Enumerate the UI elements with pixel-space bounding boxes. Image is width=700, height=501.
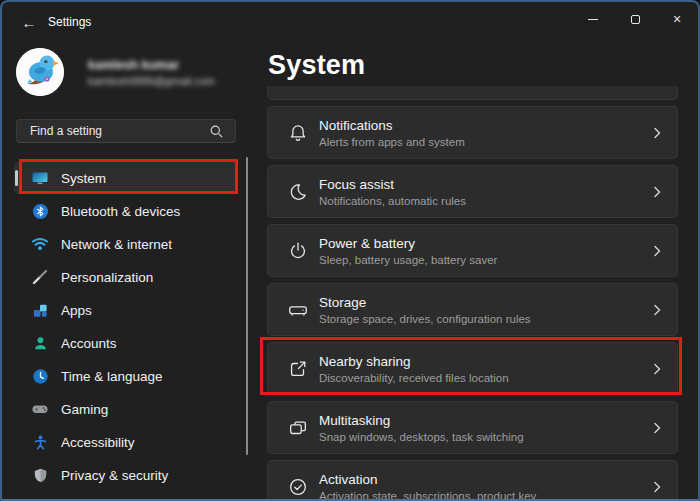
card-subtitle: Discoverability, received files location [319,372,509,384]
sidebar-item-label: Privacy & security [61,468,168,483]
sidebar-item-label: Time & language [61,369,163,384]
user-info: kamlesh kumar kamlesh0999@gmail.com [88,58,215,87]
bell-icon [286,122,310,144]
chevron-right-icon [652,480,662,494]
sidebar-item-accounts[interactable]: Accounts [14,327,236,359]
storage-drive-icon [286,299,310,321]
sidebar-item-personalization[interactable]: Personalization [14,261,236,293]
card-subtitle: Storage space, drives, configuration rul… [319,313,531,325]
user-email: kamlesh0999@gmail.com [88,75,215,87]
sidebar-item-label: Accounts [61,336,117,351]
chevron-right-icon [652,303,662,317]
power-icon [286,240,310,262]
overlapping-windows-icon [286,417,310,439]
chevron-right-icon [652,362,662,376]
sidebar-item-privacy-security[interactable]: Privacy & security [14,459,236,491]
card-notifications[interactable]: Notifications Alerts from apps and syste… [267,106,678,159]
paintbrush-icon [31,268,49,286]
card-title: Power & battery [319,236,497,251]
user-name: kamlesh kumar [88,58,215,72]
card-title: Storage [319,295,531,310]
card-subtitle: Snap windows, desktops, task switching [319,431,524,443]
card-title: Focus assist [319,177,466,192]
user-profile[interactable]: kamlesh kumar kamlesh0999@gmail.com [16,48,215,96]
minimize-button[interactable] [572,2,614,36]
sidebar-item-label: Gaming [61,402,108,417]
sidebar-item-apps[interactable]: Apps [14,294,236,326]
card-title: Nearby sharing [319,354,509,369]
sidebar: kamlesh kumar kamlesh0999@gmail.com [2,42,252,499]
search-box[interactable] [16,119,236,143]
card-title: Activation [319,472,536,487]
wifi-icon [31,235,49,253]
card-storage[interactable]: Storage Storage space, drives, configura… [267,283,678,336]
card-activation[interactable]: Activation Activation state, subscriptio… [267,460,678,501]
person-icon [31,334,49,352]
avatar [16,48,64,96]
settings-window: ← Settings × [0,0,700,501]
share-arrow-icon [286,358,310,380]
card-subtitle: Sleep, battery usage, battery saver [319,254,497,266]
sidebar-item-label: Personalization [61,270,153,285]
search-icon[interactable] [209,124,224,139]
card-title: Notifications [319,118,465,133]
accessibility-person-icon [31,433,49,451]
sidebar-nav: System Bluetooth & devices [2,162,252,492]
window-title: Settings [48,15,91,29]
close-button[interactable]: × [656,2,698,36]
main-content: System Notifications Alerts from apps an… [252,42,698,499]
sidebar-item-label: Accessibility [61,435,135,450]
card-focus-assist[interactable]: Focus assist Notifications, automatic ru… [267,165,678,218]
card-title: Multitasking [319,413,524,428]
card-subtitle: Alerts from apps and system [319,136,465,148]
card-nearby-sharing[interactable]: Nearby sharing Discoverability, received… [267,342,678,395]
sidebar-item-label: Network & internet [61,237,172,252]
clock-icon [31,367,49,385]
chevron-right-icon [652,185,662,199]
gamepad-icon [31,400,49,418]
moon-icon [286,181,310,203]
maximize-icon [631,15,640,24]
check-circle-icon [286,476,310,498]
sidebar-item-network-internet[interactable]: Network & internet [14,228,236,260]
sidebar-item-label: Bluetooth & devices [61,204,180,219]
chevron-right-icon [652,421,662,435]
sidebar-item-bluetooth-devices[interactable]: Bluetooth & devices [14,195,236,227]
search-input[interactable] [17,124,209,138]
close-icon: × [673,12,681,26]
sidebar-item-accessibility[interactable]: Accessibility [14,426,236,458]
page-title: System [268,50,365,81]
sidebar-item-system[interactable]: System [14,162,236,194]
sidebar-item-label: System [61,171,106,186]
card-power-battery[interactable]: Power & battery Sleep, battery usage, ba… [267,224,678,277]
settings-list: Notifications Alerts from apps and syste… [267,86,678,501]
shield-icon [31,466,49,484]
window-controls: × [572,2,698,36]
card-subtitle: Activation state, subscriptions, product… [319,490,536,501]
titlebar: ← Settings × [2,2,698,42]
back-button[interactable]: ← [14,10,44,34]
sidebar-scrollbar[interactable] [246,157,248,455]
card-multitasking[interactable]: Multitasking Snap windows, desktops, tas… [267,401,678,454]
app-squares-icon [31,301,49,319]
chevron-right-icon [652,126,662,140]
partial-card-above[interactable] [267,86,678,100]
back-arrow-icon: ← [22,14,37,31]
bird-avatar-image [16,48,64,96]
minimize-icon [588,19,598,20]
maximize-button[interactable] [614,2,656,36]
chevron-right-icon [652,244,662,258]
selection-indicator [15,170,18,186]
card-subtitle: Notifications, automatic rules [319,195,466,207]
sidebar-item-time-language[interactable]: Time & language [14,360,236,392]
bluetooth-icon [31,202,49,220]
sidebar-item-gaming[interactable]: Gaming [14,393,236,425]
system-monitor-icon [31,169,49,187]
sidebar-item-label: Apps [61,303,92,318]
